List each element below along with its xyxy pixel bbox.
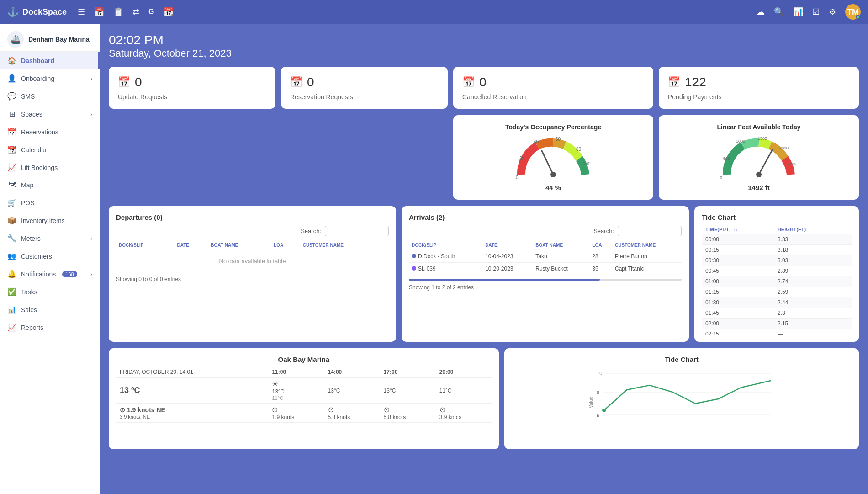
dep-col-boat: BOAT NAME [208, 241, 271, 250]
onboarding-icon: 👤 [7, 74, 16, 83]
list-item: 01:45 2.3 [702, 308, 852, 319]
arrivals-search-label: Search: [593, 228, 614, 234]
arrivals-search-input[interactable] [618, 226, 682, 236]
app-logo[interactable]: ⚓ DockSpace [7, 6, 67, 17]
linear-feet-gauge: 0 500 1000 1500 2000 2405 [718, 133, 800, 184]
sidebar-item-lift-bookings[interactable]: 📈 Lift Bookings [0, 159, 100, 176]
tide-chart-card: Tide Chart TIME(PDT) ↑↓ HEIGHT(FT) — 00:… [694, 206, 859, 342]
online-dot [856, 15, 860, 19]
main-content: 02:02 PM Saturday, October 21, 2023 📅 0 … [100, 24, 868, 494]
google-icon[interactable]: G [148, 8, 154, 16]
arrival-loa: 35 [589, 263, 612, 275]
marina-header: 🚢 Denham Bay Marina [0, 24, 100, 52]
weather-title: Oak Bay Marina [116, 356, 492, 363]
tide-height: — [774, 329, 852, 335]
sidebar-item-spaces[interactable]: ⊞ Spaces › [0, 105, 100, 123]
dep-col-loa: LOA [271, 241, 300, 250]
sidebar-label-sms: SMS [21, 93, 35, 100]
svg-line-8 [759, 149, 773, 175]
weather-col-2000: 20:00 [436, 367, 492, 377]
user-avatar[interactable]: TM [845, 4, 861, 20]
calendar2-icon[interactable]: 📆 [164, 7, 174, 17]
arrival-dock: D Dock - South [409, 250, 482, 263]
update-requests-icon: 📅 [118, 76, 130, 88]
lift-icon: 📈 [7, 163, 16, 172]
sidebar-item-calendar[interactable]: 📆 Calendar [0, 141, 100, 159]
weather-table: Friday, October 20, 14:01 11:00 14:00 17… [116, 367, 492, 423]
map-icon: 🗺 [7, 181, 16, 189]
list-item: 01:30 2.44 [702, 297, 852, 308]
list-item: 00:30 3.03 [702, 255, 852, 266]
customers-icon: 👥 [7, 252, 16, 260]
sidebar-item-notifications[interactable]: 🔔 Notifications 168 › [0, 265, 100, 283]
sidebar-label-notifications: Notifications [21, 271, 56, 278]
tide-time: 02:15 [702, 329, 774, 335]
chevron-notif-icon: › [90, 271, 92, 277]
departures-search-input[interactable] [325, 226, 389, 236]
weather-wind-label: ⊙ 1.9 knots NE 3.9 knots, NE [116, 404, 268, 423]
sidebar-item-meters[interactable]: 🔧 Meters › [0, 229, 100, 247]
tide-height: 2.89 [774, 266, 852, 276]
sidebar-item-inventory[interactable]: 📦 Inventory Items [0, 212, 100, 229]
sidebar-item-sales[interactable]: 📊 Sales [0, 301, 100, 319]
marina-icon: 🚢 [7, 31, 24, 48]
sidebar-label-lift: Lift Bookings [21, 164, 58, 171]
arrival-date: 10-04-2023 [482, 250, 533, 263]
weather-wind-1400: ⊙5.8 knots [324, 404, 380, 423]
tide-table-scroll[interactable]: TIME(PDT) ↑↓ HEIGHT(FT) — 00:00 3.33 00:… [702, 225, 852, 335]
topnav-tools: ☰ 📅 📋 ⇄ G 📆 [78, 7, 173, 17]
svg-text:40: 40 [534, 139, 539, 144]
departures-showing: Showing 0 to 0 of 0 entries [116, 276, 389, 282]
tide-col-height: HEIGHT(FT) — [774, 225, 852, 234]
sidebar-item-reports[interactable]: 📈 Reports [0, 319, 100, 336]
exchange-icon[interactable]: ⇄ [132, 7, 139, 17]
arr-col-customer: CUSTOMER NAME [612, 241, 682, 250]
arrivals-title: Arrivals (2) [409, 213, 682, 221]
sidebar-item-tasks[interactable]: ✅ Tasks [0, 283, 100, 301]
sidebar-label-reservations: Reservations [21, 128, 58, 136]
table-row: D Dock - South 10-04-2023 Taku 28 Pierre… [409, 250, 682, 263]
stats-icon[interactable]: 📊 [793, 7, 803, 17]
tide-col-time: TIME(PDT) ↑↓ [702, 225, 774, 234]
svg-text:10: 10 [597, 371, 602, 376]
list-item: 00:00 3.33 [702, 234, 852, 245]
tide-height: 2.74 [774, 276, 852, 287]
stats-row: 📅 0 Update Requests 📅 0 Reservation Requ… [109, 67, 859, 109]
list-item: 00:45 2.89 [702, 266, 852, 276]
list-icon[interactable]: 📋 [113, 7, 123, 17]
chevron-icon: › [90, 76, 92, 81]
check-icon[interactable]: ☑ [812, 7, 820, 17]
search-icon[interactable]: 🔍 [774, 7, 784, 17]
sidebar-item-customers[interactable]: 👥 Customers [0, 247, 100, 265]
cloud-icon[interactable]: ☁ [757, 7, 765, 17]
sidebar-item-sms[interactable]: 💬 SMS [0, 87, 100, 105]
occupancy-value: 44 % [462, 184, 644, 191]
linear-feet-card: Linear Feet Available Today 0 500 [659, 115, 859, 200]
menu-icon[interactable]: ☰ [78, 7, 85, 17]
sidebar-item-reservations[interactable]: 📅 Reservations [0, 123, 100, 141]
tide-chart-title: Tide Chart [702, 213, 852, 221]
dep-col-date: DATE [175, 241, 208, 250]
sidebar-item-onboarding[interactable]: 👤 Onboarding › [0, 69, 100, 87]
dep-col-customer: CUSTOMER NAME [300, 241, 389, 250]
tide-height: 2.3 [774, 308, 852, 319]
sidebar-label-tasks: Tasks [21, 288, 37, 296]
arr-col-date: DATE [482, 241, 533, 250]
calendar-icon[interactable]: 📅 [94, 7, 104, 17]
tide-line-chart: 10 8 6 Value [512, 367, 852, 440]
sidebar-item-pos[interactable]: 🛒 POS [0, 194, 100, 212]
sidebar-label-onboarding: Onboarding [21, 75, 54, 82]
sidebar: 🚢 Denham Bay Marina 🏠 Dashboard 👤 Onboar… [0, 24, 100, 494]
tide-height: 3.18 [774, 245, 852, 255]
tide-height: 3.03 [774, 255, 852, 266]
tide-height: 2.59 [774, 287, 852, 297]
weather-temp-2000: 11°C [436, 377, 492, 404]
sidebar-item-dashboard[interactable]: 🏠 Dashboard [0, 52, 100, 69]
chevron-spaces-icon: › [90, 112, 92, 117]
arrivals-showing: Showing 1 to 2 of 2 entries [409, 284, 682, 291]
sms-icon: 💬 [7, 92, 16, 101]
svg-text:1000: 1000 [736, 139, 745, 143]
list-item: 02:00 2.15 [702, 319, 852, 329]
settings-icon[interactable]: ⚙ [829, 7, 836, 17]
sidebar-item-map[interactable]: 🗺 Map [0, 176, 100, 194]
